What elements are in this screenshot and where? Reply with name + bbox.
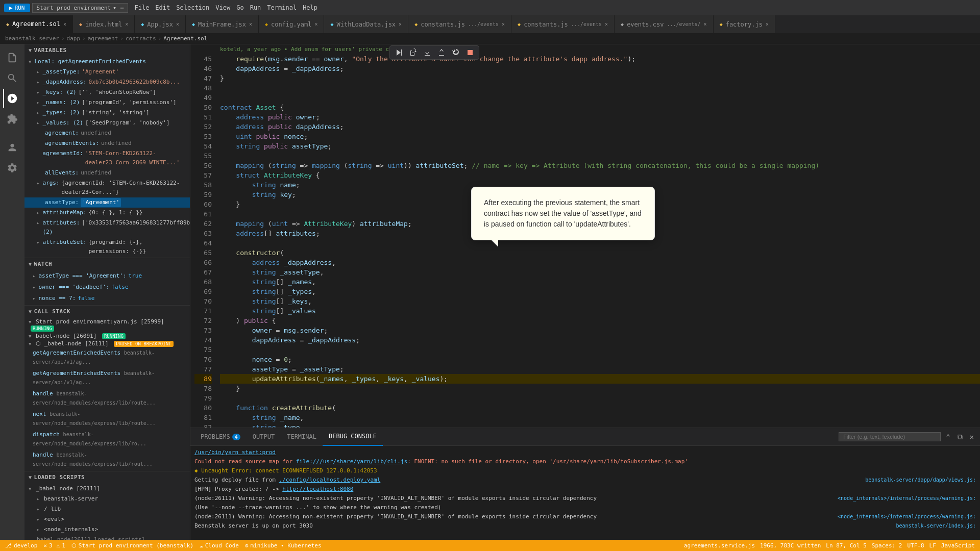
panel-tab-problems[interactable]: PROBLEMS 4 bbox=[194, 428, 247, 446]
tab-constants-js-2[interactable]: ◆ constants.js .../events × bbox=[511, 15, 615, 33]
code-editor[interactable]: 45 46 47 48 49 50 51 52 53 54 55 56 57 5… bbox=[190, 54, 980, 428]
tab-close[interactable]: × bbox=[125, 21, 128, 27]
menu-go[interactable]: Go bbox=[236, 4, 243, 11]
tab-app-jsx[interactable]: ◆ App.jsx × bbox=[135, 15, 186, 33]
step-out-button[interactable] bbox=[436, 47, 447, 58]
watch-item[interactable]: ▸ nonce == 7: false bbox=[24, 293, 190, 304]
env-selector[interactable]: Start prod environment ▾ ⋯ bbox=[32, 3, 129, 13]
watch-header[interactable]: ▼ WATCH bbox=[24, 258, 190, 269]
list-item[interactable]: ▸ _names: (2) ['programId', 'permissions… bbox=[24, 97, 190, 108]
callstack-group[interactable]: ▼ Start prod environment:yarn.js [25999]… bbox=[24, 318, 190, 332]
panel-close-button[interactable]: ✕ bbox=[968, 432, 976, 442]
callstack-frame[interactable]: getAgreementEnrichedEvents beanstalk-ser… bbox=[24, 347, 190, 368]
list-item[interactable]: ▸ <eval> bbox=[24, 514, 190, 524]
tab-mainframe-jsx[interactable]: ◆ MainFrame.jsx × bbox=[186, 15, 259, 33]
status-encoding[interactable]: UTF-8 bbox=[907, 542, 924, 549]
tab-events-csv[interactable]: ◆ events.csv .../events/ × bbox=[615, 15, 714, 33]
callstack-frame[interactable]: handle beanstalk-server/node_modules/exp… bbox=[24, 388, 190, 409]
panel-tab-terminal[interactable]: TERMINAL bbox=[281, 428, 323, 446]
panel-maximize-button[interactable]: ⧉ bbox=[955, 432, 965, 442]
list-item[interactable]: ▸ attributeMap: {0: {-}, 1: {-}} bbox=[24, 208, 190, 218]
tab-close[interactable]: × bbox=[314, 21, 317, 27]
loaded-scripts-header[interactable]: ▼ LOADED SCRIPTS bbox=[24, 471, 190, 483]
list-item[interactable]: ▼ Local: getAgreementEnrichedEvents bbox=[24, 57, 190, 67]
list-item[interactable]: ▸ args: {agreementId: 'STEM-Corn-EKD2631… bbox=[24, 178, 190, 197]
tab-close[interactable]: × bbox=[249, 21, 252, 27]
tab-factory-js[interactable]: ◆ factory.js × bbox=[714, 15, 775, 33]
step-into-button[interactable] bbox=[422, 47, 433, 58]
console-output[interactable]: /usr/bin/yarn start:prod Could not read … bbox=[190, 446, 980, 540]
panel-tab-output[interactable]: OUTPUT bbox=[247, 428, 281, 446]
step-over-button[interactable] bbox=[407, 47, 419, 58]
tab-config-yaml[interactable]: ◆ config.yaml × bbox=[259, 15, 325, 33]
list-item[interactable]: agreement: undefined bbox=[24, 128, 190, 138]
breadcrumb-part[interactable]: beanstalk-server bbox=[5, 35, 59, 42]
tab-close[interactable]: × bbox=[704, 21, 707, 27]
watch-item[interactable]: ▸ assetType === 'Agreement': true bbox=[24, 270, 190, 282]
tab-withloaddata-jsx[interactable]: ◆ WithLoadData.jsx × bbox=[324, 15, 408, 33]
callstack-group[interactable]: ▼ ⬡ _babel-node [26111] PAUSED ON BREAKP… bbox=[24, 340, 190, 347]
stop-button[interactable] bbox=[464, 47, 476, 58]
list-item[interactable]: assetType: 'Agreement' bbox=[24, 197, 190, 208]
list-item[interactable]: ▸ attributeSet: {programId: {-}, permiss… bbox=[24, 237, 190, 257]
activity-account[interactable] bbox=[3, 138, 21, 157]
watch-item[interactable]: ▸ owner === 'deadbeef': false bbox=[24, 282, 190, 293]
console-text[interactable]: /usr/bin/yarn start:prod bbox=[194, 448, 976, 457]
panel-tab-debug-console[interactable]: DEBUG CONSOLE bbox=[323, 428, 383, 446]
variables-header[interactable]: ▼ VARIABLES bbox=[24, 44, 190, 56]
list-item[interactable]: ▸ beanstalk-server bbox=[24, 494, 190, 504]
list-item[interactable]: agreementEvents: undefined bbox=[24, 138, 190, 148]
menu-selection[interactable]: Selection bbox=[176, 4, 209, 11]
callstack-frame[interactable]: dispatch beanstalk-server/node_modules/e… bbox=[24, 429, 190, 449]
callstack-frame[interactable]: getAgreementEnrichedEvents beanstalk-ser… bbox=[24, 368, 190, 388]
callstack-group[interactable]: ▼ babel-node [26091] RUNNING bbox=[24, 332, 190, 340]
menu-run[interactable]: Run bbox=[250, 4, 261, 11]
callstack-frame[interactable]: handle beanstalk-server/node_modules/exp… bbox=[24, 449, 190, 470]
list-item[interactable]: ▸ / lib bbox=[24, 504, 190, 514]
status-file-info[interactable]: 1966, 783C written bbox=[760, 542, 821, 549]
menu-terminal[interactable]: Terminal bbox=[267, 4, 297, 11]
status-eol[interactable]: LF bbox=[929, 542, 936, 549]
activity-search[interactable] bbox=[3, 69, 21, 87]
activity-settings[interactable] bbox=[3, 159, 21, 177]
list-item[interactable]: babel-node[26111-loaded scripts]... bbox=[24, 535, 190, 540]
run-button[interactable]: ▶ RUN bbox=[4, 4, 30, 12]
list-item[interactable]: ▸ _values: (2) ['SeedProgram', 'nobody'] bbox=[24, 118, 190, 128]
status-kubernetes[interactable]: ⚙ minikube • Kubernetes bbox=[245, 542, 322, 549]
list-item[interactable]: ▸ <node_internals> bbox=[24, 524, 190, 535]
status-debug-process[interactable]: ⬡ Start prod environment (beanstalk) bbox=[71, 542, 193, 549]
list-item[interactable]: ▸ _assetType: 'Agreement' bbox=[24, 67, 190, 77]
tab-close[interactable]: × bbox=[176, 21, 179, 27]
activity-debug[interactable] bbox=[3, 89, 21, 108]
breadcrumb-part[interactable]: dapp bbox=[67, 35, 81, 42]
list-item[interactable]: allEvents: undefined bbox=[24, 168, 190, 178]
status-position[interactable]: Ln 87, Col 5 bbox=[826, 542, 866, 549]
breadcrumb-part[interactable]: Agreement.sol bbox=[163, 35, 207, 42]
list-item[interactable]: ▸ _types: (2) ['string', 'string'] bbox=[24, 108, 190, 118]
tab-agreement-sol[interactable]: ◆ Agreement.sol × bbox=[0, 15, 73, 33]
status-cloud[interactable]: ☁ Cloud Code bbox=[200, 542, 239, 549]
list-item[interactable]: ▼ _babel-node [26111] bbox=[24, 484, 190, 494]
filter-input[interactable] bbox=[839, 432, 941, 441]
menu-help[interactable]: Help bbox=[303, 4, 317, 11]
breadcrumb-part[interactable]: agreement bbox=[88, 35, 118, 42]
panel-minimize-button[interactable]: ⌃ bbox=[944, 432, 952, 442]
list-item[interactable]: agreementId: 'STEM-Corn-EKD263122-dealer… bbox=[24, 148, 190, 168]
status-errors[interactable]: ✕ 3 ⚠ 1 bbox=[43, 542, 65, 549]
status-agreements[interactable]: agreements.service.js bbox=[684, 542, 755, 549]
tab-close[interactable]: × bbox=[766, 21, 769, 27]
restart-button[interactable] bbox=[450, 47, 461, 58]
status-branch[interactable]: ⎇ develop bbox=[5, 542, 37, 549]
menu-view[interactable]: View bbox=[215, 4, 230, 11]
tab-close[interactable]: × bbox=[502, 21, 505, 27]
activity-extensions[interactable] bbox=[3, 110, 21, 128]
menu-file[interactable]: File bbox=[134, 4, 149, 11]
tab-constants-js-1[interactable]: ◆ constants.js .../events × bbox=[408, 15, 511, 33]
tab-index-html[interactable]: ◆ index.html × bbox=[73, 15, 135, 33]
activity-files[interactable] bbox=[3, 48, 21, 67]
list-item[interactable]: ▸ _keys: (2) ['', 'whoCanStopReNow'] bbox=[24, 87, 190, 97]
tab-close[interactable]: × bbox=[63, 21, 66, 27]
list-item[interactable]: ▸ _dappAddress: 0xb7c3b0b42963622b009c8b… bbox=[24, 77, 190, 87]
continue-button[interactable] bbox=[393, 47, 404, 58]
tab-close[interactable]: × bbox=[399, 21, 402, 27]
